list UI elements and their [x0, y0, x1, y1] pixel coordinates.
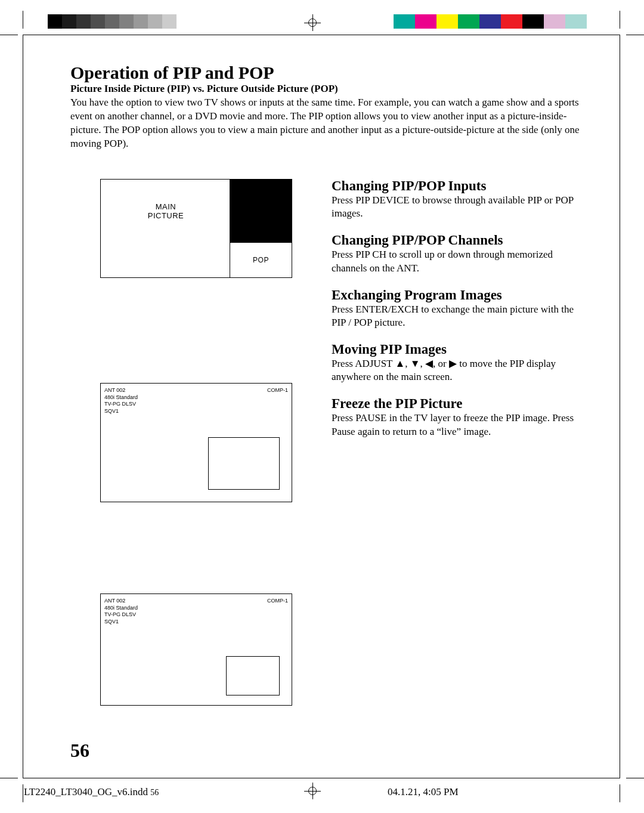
section-heading: Changing PIP/POP Channels: [332, 233, 588, 248]
osd-top-left: ANT 002480i StandardTV-PG DLSVSQV1: [104, 387, 138, 415]
section-body: Press PAUSE in the TV layer to freeze th…: [332, 412, 588, 438]
section-body: Press PIP DEVICE to browse through avail…: [332, 194, 588, 220]
section-body: Press ENTER/EXCH to exchange the main pi…: [332, 303, 588, 329]
pop-label: POP: [230, 243, 292, 277]
section-body: Press ADJUST ▲, ▼, ◀, or ▶ to move the P…: [332, 357, 588, 384]
section-heading: Moving PIP Images: [332, 342, 588, 357]
grayscale-swatches: [48, 14, 191, 29]
footer-page-small: 56: [150, 788, 159, 797]
pip-monitor-figure-1: ANT 002480i StandardTV-PG DLSVSQV1 COMP-…: [100, 383, 292, 502]
crop-mark: [0, 35, 18, 35]
page-number: 56: [70, 740, 89, 762]
pip-monitor-figure-2: ANT 002480i StandardTV-PG DLSVSQV1 COMP-…: [100, 593, 292, 706]
sections-column: Changing PIP/POP InputsPress PIP DEVICE …: [332, 179, 588, 452]
osd-top-right: COMP-1: [267, 598, 288, 604]
print-footer: LT2240_LT3040_OG_v6.indd 56 04.1.21, 4:0…: [0, 786, 644, 804]
pip-window: [208, 437, 280, 490]
main-picture-label: MAINPICTURE: [101, 180, 231, 243]
page-title: Operation of PIP and POP: [70, 63, 589, 82]
color-swatches: [394, 14, 587, 29]
pip-black-box: [230, 180, 292, 243]
intro-paragraph: You have the option to view two TV shows…: [70, 96, 589, 151]
osd-top-right: COMP-1: [267, 387, 288, 393]
section-heading: Changing PIP/POP Inputs: [332, 179, 588, 193]
crop-mark: [620, 11, 620, 29]
footer-filename: LT2240_LT3040_OG_v6.indd: [24, 786, 148, 797]
crop-mark: [0, 778, 18, 778]
footer-timestamp: 04.1.21, 4:05 PM: [388, 786, 459, 798]
section-body: Press PIP CH to scroll up or down throug…: [332, 248, 588, 274]
section-heading: Freeze the PIP Picture: [332, 397, 588, 411]
crop-mark: [23, 11, 23, 29]
crop-mark: [626, 778, 644, 778]
section-heading: Exchanging Program Images: [332, 288, 588, 302]
subheading: Picture Inside Picture (PIP) vs. Picture…: [70, 83, 589, 95]
crop-mark: [626, 35, 644, 35]
pop-figure: MAINPICTURE POP: [100, 179, 292, 278]
pip-window: [226, 656, 280, 695]
registration-mark: [304, 14, 321, 31]
osd-top-left: ANT 002480i StandardTV-PG DLSVSQV1: [104, 598, 138, 626]
